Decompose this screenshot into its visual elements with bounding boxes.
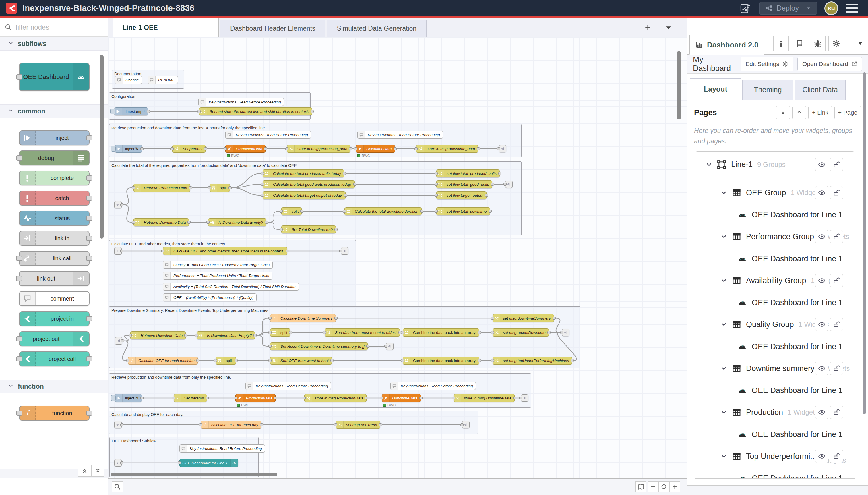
- chevron-down-icon[interactable]: [720, 233, 728, 240]
- linkout-node[interactable]: [505, 181, 513, 188]
- node-input-port[interactable]: [197, 110, 201, 113]
- lock-button[interactable]: [830, 186, 843, 199]
- change-node[interactable]: store in msg.downtime_data: [416, 145, 478, 153]
- node-output-port[interactable]: [491, 183, 494, 186]
- linkin-node[interactable]: [115, 337, 122, 344]
- palette-node-OEE-Dashboard[interactable]: OEE Dashboard: [19, 63, 90, 91]
- change-node[interactable]: Calculate OEE and other metrics, then st…: [163, 247, 287, 255]
- calc-node[interactable]: Calculate the total produced units today: [263, 169, 344, 177]
- node-output-port[interactable]: [189, 186, 192, 189]
- change-node[interactable]: Retrieve Production Data: [134, 184, 190, 192]
- tree-page-row[interactable]: Line-19 Groups: [695, 152, 855, 177]
- palette-section-header-common[interactable]: common: [0, 104, 108, 118]
- change-node[interactable]: set flow.target_output: [436, 191, 487, 199]
- node-output-port[interactable]: [334, 317, 337, 320]
- node-output-port[interactable]: [344, 194, 347, 197]
- node-input-port[interactable]: [132, 186, 135, 189]
- flow-tab-1[interactable]: Line-1 OEE: [112, 18, 219, 37]
- node-output-port[interactable]: [365, 396, 368, 399]
- linkout-node[interactable]: [462, 421, 470, 428]
- comment-node[interactable]: Key Instructions: Read Before Proceeding: [179, 444, 265, 453]
- comment-node[interactable]: Quality = Total Good Units Produced / To…: [163, 261, 273, 269]
- add-page-button[interactable]: + Page: [834, 106, 861, 119]
- node-red-logo[interactable]: [6, 3, 17, 14]
- visibility-button[interactable]: [815, 230, 828, 243]
- add-flow-button[interactable]: [644, 23, 652, 33]
- palette-node-link-out[interactable]: link out: [19, 271, 90, 286]
- tree-group-row[interactable]: Quality Group1 Widgets: [695, 316, 855, 333]
- node-output-port[interactable]: [121, 339, 124, 342]
- change-node[interactable]: set msg.recentDowntime: [492, 328, 549, 337]
- canvas-vertical-scrollbar[interactable]: [677, 51, 681, 119]
- chevron-down-icon[interactable]: [720, 321, 728, 328]
- node-output-port[interactable]: [264, 147, 267, 150]
- node-output-port[interactable]: [488, 210, 492, 213]
- node-input-port[interactable]: [16, 356, 22, 361]
- influx-node[interactable]: DowntimeDataRWC: [382, 394, 421, 402]
- node-input-port[interactable]: [401, 331, 404, 334]
- sort-node[interactable]: Sort OEE from worst to best: [270, 357, 332, 365]
- node-input-port[interactable]: [268, 331, 272, 334]
- node-output-port[interactable]: [120, 461, 123, 464]
- docs-button[interactable]: [792, 36, 807, 51]
- inject-node[interactable]: inject ↻: [115, 394, 142, 402]
- node-input-port[interactable]: [16, 155, 22, 160]
- comment-node[interactable]: Availavity = (Total Shift Duration - Tot…: [163, 283, 299, 291]
- visibility-button[interactable]: [815, 318, 828, 331]
- node-input-port[interactable]: [16, 411, 22, 416]
- node-output-port[interactable]: [477, 147, 480, 150]
- comment-node[interactable]: Key Instructions: Read Before Proceeding: [245, 382, 331, 390]
- visibility-button[interactable]: [815, 158, 828, 171]
- node-output-port[interactable]: [419, 396, 422, 399]
- change-node[interactable]: set msg.downtimeSummery: [492, 314, 554, 322]
- sidebar-tab-dashboard[interactable]: Dashboard 2.0: [690, 35, 764, 54]
- node-input-port[interactable]: [261, 172, 264, 175]
- node-input-port[interactable]: [224, 147, 227, 150]
- node-input-port[interactable]: [461, 423, 464, 426]
- linkout-node[interactable]: [499, 145, 506, 152]
- comment-node[interactable]: License: [115, 76, 142, 84]
- node-input-port[interactable]: [16, 336, 22, 341]
- add-link-button[interactable]: + Link: [808, 106, 832, 119]
- node-input-port[interactable]: [519, 396, 522, 399]
- node-output-port[interactable]: [188, 221, 191, 224]
- node-input-port[interactable]: [126, 359, 129, 362]
- node-input-port[interactable]: [491, 331, 494, 334]
- deploy-options-caret[interactable]: [806, 5, 812, 11]
- node-output-port[interactable]: [140, 147, 143, 150]
- node-output-port[interactable]: [254, 334, 257, 337]
- split-node[interactable]: split: [210, 184, 230, 192]
- calc-node[interactable]: Calculate the total downtime duration: [344, 207, 422, 215]
- linkin-node[interactable]: [114, 421, 122, 428]
- comment-node[interactable]: README: [148, 76, 178, 84]
- node-input-port[interactable]: [435, 210, 438, 213]
- node-input-port[interactable]: [491, 317, 494, 320]
- node-input-port[interactable]: [384, 345, 387, 348]
- visibility-button[interactable]: [815, 186, 828, 199]
- palette-node-link-in[interactable]: link in: [19, 231, 90, 246]
- node-input-port[interactable]: [280, 210, 283, 213]
- comment-node[interactable]: Performance = Total Produced Units / Tot…: [163, 272, 273, 280]
- palette-node-complete[interactable]: complete: [19, 171, 90, 186]
- lock-button[interactable]: [830, 362, 843, 375]
- chevron-down-icon[interactable]: [720, 365, 728, 372]
- node-output-port[interactable]: [478, 359, 481, 362]
- comment-node[interactable]: Key Instructions: Read Before Proceeding: [390, 382, 476, 390]
- inject-button[interactable]: [111, 395, 116, 401]
- main-menu-button[interactable]: [846, 4, 858, 13]
- tree-widget-row[interactable]: OEE Dashboard for Line 1: [695, 426, 855, 443]
- node-input-port[interactable]: [206, 221, 210, 224]
- comment-node[interactable]: OEE = (Availability) * (Performance) * (…: [163, 293, 257, 302]
- change-node[interactable]: set flow.total_produced_units: [436, 169, 500, 177]
- deploy-button[interactable]: Deploy: [760, 2, 817, 15]
- node-input-port[interactable]: [354, 147, 357, 150]
- palette-node-project-in[interactable]: project in: [19, 311, 90, 326]
- inject-node[interactable]: inject ↻: [115, 145, 142, 153]
- chevron-down-icon[interactable]: [720, 409, 728, 416]
- join-node[interactable]: Combine the data back into an array.: [403, 328, 479, 337]
- node-input-port[interactable]: [16, 256, 22, 261]
- node-input-port[interactable]: [16, 74, 22, 80]
- node-input-port[interactable]: [323, 331, 326, 334]
- palette-node-inject[interactable]: inject: [19, 130, 90, 145]
- node-output-port[interactable]: [379, 423, 382, 426]
